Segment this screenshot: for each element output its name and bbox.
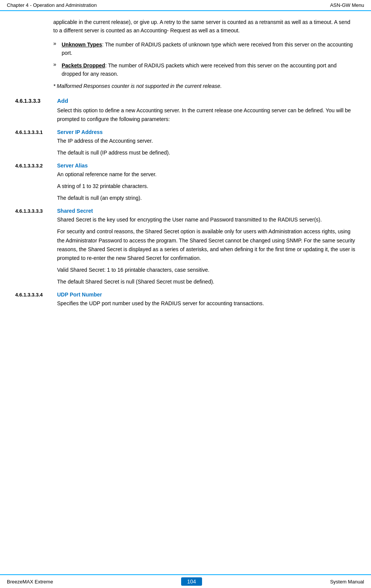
- serveralias-para-2: A string of 1 to 32 printable characters…: [57, 182, 356, 191]
- subsection-sharedsecret-body: Shared Secret is the key used for encryp…: [57, 215, 356, 286]
- udpport-para-1: Specifies the UDP port number used by th…: [57, 299, 356, 308]
- header-left: Chapter 4 - Operation and Administration: [7, 2, 97, 8]
- subsection-serverip-body: The IP address of the Accounting server.…: [57, 137, 356, 157]
- header-right: ASN-GW Menu: [330, 2, 364, 8]
- bullet-arrow-2: »: [53, 61, 62, 78]
- subsection-serverip-heading: 4.6.1.3.3.3.1 Server IP Address: [15, 129, 356, 135]
- serverip-para-1: The IP address of the Accounting server.: [57, 137, 356, 145]
- page-header: Chapter 4 - Operation and Administration…: [0, 0, 371, 11]
- malformed-note: * Malformed Responses counter is not sup…: [53, 82, 356, 90]
- bullet-term-2: Packets Dropped: [62, 62, 105, 69]
- section-add-num: 4.6.1.3.3.3: [15, 98, 57, 104]
- subsection-serveralias-body: An optional reference name for the serve…: [57, 170, 356, 202]
- subsection-serveralias-title: Server Alias: [57, 163, 88, 169]
- footer-page-number: 104: [181, 577, 202, 586]
- subsection-serveralias-num: 4.6.1.3.3.3.2: [15, 163, 57, 169]
- serveralias-para-3: The default is null (an empty string).: [57, 194, 356, 202]
- intro-paragraph: applicable in the current release), or g…: [53, 18, 356, 35]
- subsection-udpport-heading: 4.6.1.3.3.3.4 UDP Port Number: [15, 292, 356, 298]
- section-add-title: Add: [57, 97, 68, 104]
- bullet-term-1: Unknown Types: [62, 41, 102, 48]
- subsection-udpport-title: UDP Port Number: [57, 292, 102, 298]
- sharedsecret-para-1: Shared Secret is the key used for encryp…: [57, 215, 356, 224]
- bullet-arrow-1: »: [53, 40, 62, 57]
- serveralias-para-1: An optional reference name for the serve…: [57, 170, 356, 179]
- section-add-heading: 4.6.1.3.3.3 Add: [15, 97, 356, 104]
- serverip-para-2: The default is null (IP address must be …: [57, 148, 356, 157]
- bullet-text-1: Unknown Types: The number of RADIUS pack…: [62, 40, 356, 57]
- bullet-unknown-types: » Unknown Types: The number of RADIUS pa…: [53, 40, 356, 57]
- page-footer: BreezeMAX Extreme 104 System Manual: [0, 574, 371, 588]
- bullet-packets-dropped: » Packets Dropped: The number of RADIUS …: [53, 61, 356, 78]
- sharedsecret-para-2: For security and control reasons, the Sh…: [57, 227, 356, 262]
- section-add-body: Select this option to define a new Accou…: [57, 106, 356, 124]
- bullet-text-2: Packets Dropped: The number of RADIUS pa…: [62, 61, 356, 78]
- footer-right: System Manual: [330, 579, 364, 585]
- subsection-udpport-body: Specifies the UDP port number used by th…: [57, 299, 356, 308]
- sharedsecret-para-4: The default Shared Secret is null (Share…: [57, 277, 356, 286]
- subsection-sharedsecret-num: 4.6.1.3.3.3.3: [15, 208, 57, 214]
- subsection-udpport-num: 4.6.1.3.3.3.4: [15, 292, 57, 298]
- subsection-sharedsecret-title: Shared Secret: [57, 208, 93, 214]
- subsection-serverip-num: 4.6.1.3.3.3.1: [15, 129, 57, 135]
- sharedsecret-para-3: Valid Shared Secret: 1 to 16 printable c…: [57, 266, 356, 274]
- footer-left: BreezeMAX Extreme: [7, 579, 53, 585]
- subsection-serverip-title: Server IP Address: [57, 129, 103, 135]
- subsection-serveralias-heading: 4.6.1.3.3.3.2 Server Alias: [15, 163, 356, 169]
- subsection-sharedsecret-heading: 4.6.1.3.3.3.3 Shared Secret: [15, 208, 356, 214]
- page-content: applicable in the current release), or g…: [0, 11, 371, 341]
